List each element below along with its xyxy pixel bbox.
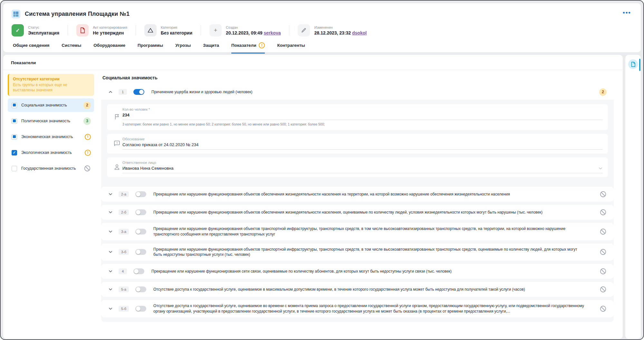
created-user-link[interactable]: serkova — [264, 30, 281, 35]
drawer-active-indicator — [639, 59, 640, 71]
indicator-row-5b[interactable]: 5-б Отсутствие доступа к государственной… — [101, 300, 614, 317]
created-label: Создан — [226, 25, 281, 29]
tab-contractors[interactable]: Контрагенты — [277, 42, 305, 54]
indicator-row-2a[interactable]: 2-а Прекращение или нарушение функционир… — [101, 187, 614, 202]
indicator-text: Прекращение или нарушение функционирован… — [153, 226, 600, 237]
warning-text: Есть группы в которых еще не выставлены … — [13, 83, 90, 93]
indicator-row-5a[interactable]: 5-а Отсутствие доступа к государственной… — [101, 282, 614, 297]
tab-protection[interactable]: Защита — [203, 42, 219, 54]
warning-icon: ! — [85, 150, 91, 156]
pencil-icon — [298, 24, 310, 36]
warning-title: Отсутствуют категории — [13, 77, 90, 81]
tab-general[interactable]: Общие сведения — [13, 42, 49, 54]
responsible-value: Иванова Нина Семеновна — [122, 166, 174, 171]
people-count-input[interactable]: 234 — [122, 113, 603, 120]
meta-row: ✓ Статус Эксплуатация Акт категорировани… — [12, 23, 632, 37]
sidebar-item-economic[interactable]: Экономическая значимость ! — [8, 130, 94, 144]
sidebar-item-political[interactable]: Политическая значимость 3 — [8, 114, 94, 128]
tab-threats[interactable]: Угрозы — [175, 42, 191, 54]
blocked-icon — [600, 248, 607, 255]
sidebar-item-label: Социальная значимость — [21, 103, 83, 107]
panel-title: Показатели — [3, 55, 623, 70]
toggle-off[interactable] — [135, 286, 146, 292]
comment-question-icon: ? — [111, 137, 122, 150]
chevron-down-icon[interactable] — [108, 250, 113, 254]
page-title: Система управления Площадки №1 — [25, 11, 130, 17]
checkbox-checked-icon[interactable]: ✓ — [12, 150, 17, 155]
toggle-on[interactable] — [133, 89, 144, 95]
row-number-chip: 1 — [119, 89, 127, 95]
sidebar-item-state[interactable]: Государственная значимость — [8, 162, 94, 175]
chevron-down-icon[interactable] — [108, 229, 113, 234]
checkbox-empty-icon[interactable] — [12, 166, 17, 171]
tab-bar: Общие сведения Системы Оборудование Прог… — [12, 42, 632, 54]
row-number-chip: 2-а — [119, 191, 129, 197]
indicators-content: Социальная значимость 1 Причинение ущерб… — [97, 70, 623, 339]
row-number-chip: 3-а — [119, 229, 129, 235]
category-item: Категория Без категории — [144, 24, 192, 36]
toggle-off[interactable] — [135, 249, 146, 255]
toggle-off[interactable] — [135, 306, 146, 312]
indicator-text: Отсутствие доступа к государственной усл… — [153, 287, 600, 292]
more-menu-button[interactable]: ••• — [623, 11, 631, 14]
warning-icon: ! — [85, 134, 91, 140]
blocked-icon — [600, 268, 607, 275]
toggle-off[interactable] — [135, 191, 146, 197]
tab-systems[interactable]: Системы — [62, 42, 81, 54]
indicator-row-3a[interactable]: 3-а Прекращение или нарушение функционир… — [101, 223, 614, 240]
documents-drawer-button[interactable] — [628, 59, 638, 69]
tab-equipment[interactable]: Оборудование — [93, 42, 125, 54]
field-responsible: Ответственное лицо Иванова Нина Семеновн… — [107, 157, 608, 177]
checkbox-indeterminate-icon[interactable] — [12, 118, 17, 124]
checkbox-indeterminate-icon[interactable] — [12, 134, 17, 140]
chevron-down-icon[interactable] — [598, 166, 603, 171]
chevron-down-icon[interactable] — [108, 306, 113, 311]
modified-user-link[interactable]: dsokol — [352, 30, 367, 35]
category-value: Без категории — [161, 30, 192, 35]
sidebar-item-social[interactable]: Социальная значимость 2 — [8, 98, 94, 112]
row-number-chip: 5-а — [119, 286, 129, 292]
chevron-down-icon[interactable] — [108, 269, 113, 274]
blocked-icon — [84, 165, 91, 172]
chevron-down-icon[interactable] — [108, 287, 113, 292]
app-grid-icon — [12, 10, 20, 18]
group-title: Социальная значимость — [102, 75, 614, 80]
blocked-icon — [600, 191, 607, 198]
modified-value: 28.12.2023, 23:32 — [314, 30, 352, 35]
tab-warning-icon: ! — [259, 42, 265, 48]
status-item: ✓ Статус Эксплуатация — [12, 24, 59, 36]
indicator-text: Прекращение или нарушение функционирован… — [151, 269, 600, 274]
responsible-select[interactable]: Иванова Нина Семеновна — [122, 166, 603, 173]
field-people-count: Кол-во человек * 234 3 категория: более … — [107, 104, 608, 130]
sidebar-item-ecological[interactable]: ✓ Экологическая значимость ! — [8, 146, 94, 159]
indicators-group: 1 Причинение ущерба жизни и здоровью люд… — [101, 84, 614, 322]
page-header: Система управления Площадки №1 ••• ✓ Ста… — [3, 3, 641, 52]
indicator-row-4[interactable]: 4 Прекращение или нарушение функциониров… — [101, 264, 614, 279]
category-label: Категория — [161, 25, 192, 29]
chevron-down-icon[interactable] — [108, 192, 113, 196]
toggle-off[interactable] — [135, 209, 146, 215]
toggle-off[interactable] — [133, 268, 144, 274]
indicator-text: Отсутствие доступа к государственной усл… — [153, 303, 600, 314]
chevron-up-icon[interactable] — [108, 90, 113, 94]
tab-programs[interactable]: Программы — [138, 42, 163, 54]
blocked-icon — [600, 286, 607, 293]
toggle-off[interactable] — [135, 229, 146, 235]
indicator-row-3b[interactable]: 3-б Прекращение или нарушение функционир… — [101, 244, 614, 261]
field-label: Обоснование — [122, 137, 603, 141]
checkbox-indeterminate-icon[interactable] — [12, 103, 17, 108]
indicator-row-1[interactable]: 1 Причинение ущерба жизни и здоровью люд… — [101, 84, 614, 100]
row-number-chip: 4 — [119, 268, 127, 274]
tab-indicators[interactable]: Показатели ! — [231, 42, 265, 54]
status-label: Статус — [28, 25, 59, 29]
indicator-row-2b[interactable]: 2-б Прекращение или нарушение функционир… — [101, 205, 614, 220]
modified-item: Измененен 28.12.2023, 23:32 dsokol — [298, 24, 367, 36]
modified-label: Измененен — [314, 25, 367, 29]
svg-text:?: ? — [116, 142, 118, 145]
missing-categories-warning: Отсутствуют категории Есть группы в кото… — [8, 74, 94, 96]
field-label: Ответственное лицо — [122, 161, 603, 165]
field-hint: 3 категория: более или равно 1, но менее… — [122, 122, 603, 126]
justification-input[interactable]: Согласно приказа от 24.02.2020 № 234 — [122, 142, 603, 150]
chevron-down-icon[interactable] — [108, 210, 113, 215]
sidebar-item-label: Экологическая значимость — [21, 150, 85, 155]
